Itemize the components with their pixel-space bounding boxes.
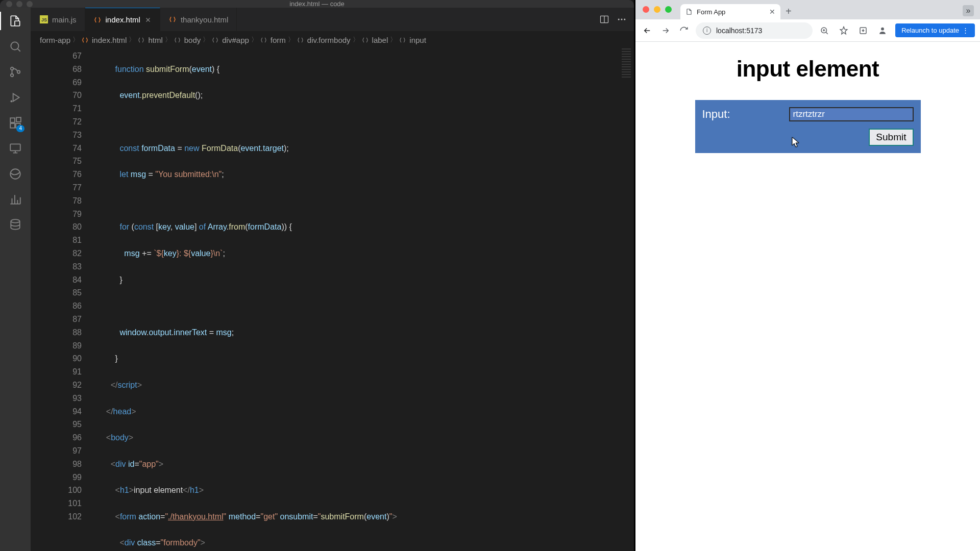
edge-tools-icon[interactable]: [8, 167, 22, 181]
gutter: 6768697071727374757677787980818283848586…: [31, 48, 97, 551]
browser-tab[interactable]: Form App ✕: [680, 4, 780, 19]
chrome-window: Form App ✕ + » i localhost:5173 Relaunch…: [634, 0, 980, 551]
minimap[interactable]: [622, 48, 631, 120]
bc-item[interactable]: body: [184, 36, 201, 44]
svg-rect-6: [10, 118, 15, 122]
bc-item[interactable]: label: [372, 36, 388, 44]
activity-bar: 4 1: [0, 8, 31, 551]
symbol-icon: [174, 36, 181, 44]
extensions-badge: 4: [16, 125, 24, 132]
html-file-icon: [93, 16, 102, 24]
input-label: Input:: [702, 108, 779, 121]
symbol-icon: [137, 36, 145, 44]
close-tab-icon[interactable]: ✕: [769, 8, 775, 16]
bc-item[interactable]: div.formbody: [307, 36, 351, 44]
graph-icon[interactable]: [8, 192, 22, 207]
js-file-icon: JS: [40, 15, 48, 23]
svg-point-19: [621, 19, 623, 20]
forward-button[interactable]: [659, 24, 672, 37]
tab-title: Form App: [697, 8, 725, 16]
code-content[interactable]: function submitForm(event) { event.preve…: [97, 48, 634, 551]
chrome-toolbar: i localhost:5173 Relaunch to update⋮: [635, 19, 980, 42]
tab-label: index.html: [106, 15, 140, 24]
bc-item[interactable]: form: [271, 36, 286, 44]
svg-rect-10: [10, 144, 20, 151]
bc-item[interactable]: div#app: [222, 36, 249, 44]
submit-button[interactable]: Submit: [869, 129, 913, 146]
vscode-window: index.html — code 4 1 JS main.js: [0, 0, 634, 551]
bc-item[interactable]: input: [409, 36, 426, 44]
breadcrumb[interactable]: form-app〉 index.html〉 html〉 body〉 div#ap…: [31, 31, 634, 48]
editor-tabs: JS main.js index.html thankyou.html: [31, 8, 634, 31]
reload-button[interactable]: [677, 24, 691, 37]
mac-traffic-lights[interactable]: [643, 6, 672, 13]
form-card: Input: Submit: [695, 100, 921, 153]
url-text: localhost:5173: [716, 27, 762, 35]
search-icon[interactable]: [8, 39, 22, 54]
source-control-icon[interactable]: [8, 65, 22, 79]
mac-traffic-lights[interactable]: [6, 1, 33, 7]
vscode-titlebar: index.html — code: [0, 0, 634, 8]
symbol-icon: [399, 36, 406, 44]
bc-item[interactable]: html: [148, 36, 162, 44]
explorer-icon[interactable]: [8, 14, 22, 28]
page-heading: input element: [737, 56, 879, 82]
svg-point-18: [618, 19, 620, 20]
rendered-page: input element Input: Submit: [635, 42, 980, 551]
more-actions-icon[interactable]: [617, 14, 627, 24]
svg-text:JS: JS: [41, 17, 47, 22]
tab-label: main.js: [52, 15, 77, 24]
extensions-icon[interactable]: 4: [8, 116, 22, 130]
svg-point-20: [624, 19, 625, 20]
html-file-icon: [81, 36, 89, 44]
svg-rect-0: [15, 21, 20, 26]
svg-point-3: [11, 74, 13, 77]
text-input[interactable]: [789, 107, 914, 121]
zoom-icon[interactable]: [818, 24, 831, 37]
symbol-icon: [211, 36, 219, 44]
install-icon[interactable]: [856, 24, 870, 37]
new-tab-button[interactable]: +: [786, 6, 792, 17]
profile-icon[interactable]: [876, 24, 889, 37]
split-editor-icon[interactable]: [599, 14, 609, 24]
page-favicon: [685, 8, 693, 15]
svg-point-2: [11, 67, 13, 70]
symbol-icon: [260, 36, 267, 44]
tab-main-js[interactable]: JS main.js: [32, 8, 85, 31]
tab-thankyou-html[interactable]: thankyou.html: [160, 8, 237, 31]
tab-index-html[interactable]: index.html: [85, 8, 160, 31]
address-bar[interactable]: i localhost:5173: [696, 22, 813, 39]
svg-rect-9: [16, 117, 21, 122]
svg-point-24: [881, 27, 884, 30]
relaunch-button[interactable]: Relaunch to update⋮: [895, 23, 975, 37]
bc-item[interactable]: index.html: [92, 36, 127, 44]
close-icon[interactable]: [144, 16, 152, 23]
bookmark-icon[interactable]: [837, 24, 850, 37]
window-title: index.html — code: [289, 0, 345, 8]
bc-item[interactable]: form-app: [40, 36, 70, 44]
tab-label: thankyou.html: [181, 15, 228, 24]
run-debug-icon[interactable]: [8, 90, 22, 105]
symbol-icon: [361, 36, 369, 44]
svg-point-5: [11, 101, 12, 102]
svg-rect-7: [10, 123, 15, 128]
html-file-icon: [168, 15, 177, 23]
chrome-tabstrip: Form App ✕ + »: [635, 0, 980, 19]
database-icon[interactable]: [8, 218, 22, 232]
code-editor[interactable]: 6768697071727374757677787980818283848586…: [31, 48, 634, 551]
remote-explorer-icon[interactable]: [8, 141, 22, 156]
site-info-icon[interactable]: i: [703, 27, 711, 35]
back-button[interactable]: [641, 24, 654, 37]
expand-tabs-icon[interactable]: »: [963, 5, 974, 16]
svg-point-12: [11, 219, 19, 223]
svg-point-1: [11, 42, 18, 49]
symbol-icon: [297, 36, 304, 44]
